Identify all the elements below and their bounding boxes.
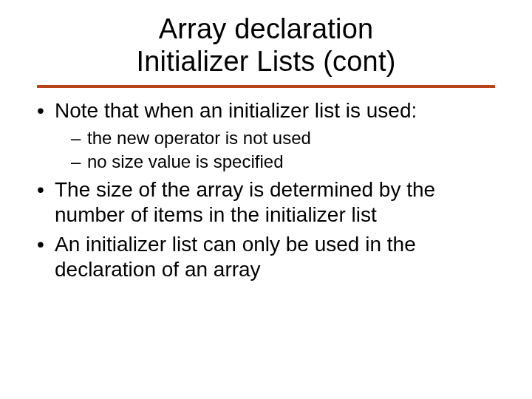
sub-bullet-text: no size value is specified [87,151,283,171]
bullet-list: Note that when an initializer list is us… [33,98,499,282]
bullet-text: An initializer list can only be used in … [55,233,416,281]
list-item: Note that when an initializer list is us… [33,98,499,172]
list-item: The size of the array is determined by t… [33,177,499,228]
list-item: An initializer list can only be used in … [33,232,499,282]
title-line-1: Array declaration [37,13,495,46]
slide: Array declaration Initializer Lists (con… [0,0,532,399]
bullet-text: Note that when an initializer list is us… [55,99,417,122]
list-item: no size value is specified [71,151,499,173]
sub-bullet-list: the new operator is not used no size val… [55,127,499,173]
slide-title: Array declaration Initializer Lists (con… [37,13,495,81]
sub-bullet-text: the new operator is not used [87,128,311,148]
title-line-2: Initializer Lists (cont) [37,46,495,78]
bullet-text: The size of the array is determined by t… [55,178,435,226]
list-item: the new operator is not used [71,127,499,149]
title-underline [37,85,495,88]
slide-content: Note that when an initializer list is us… [30,98,502,282]
